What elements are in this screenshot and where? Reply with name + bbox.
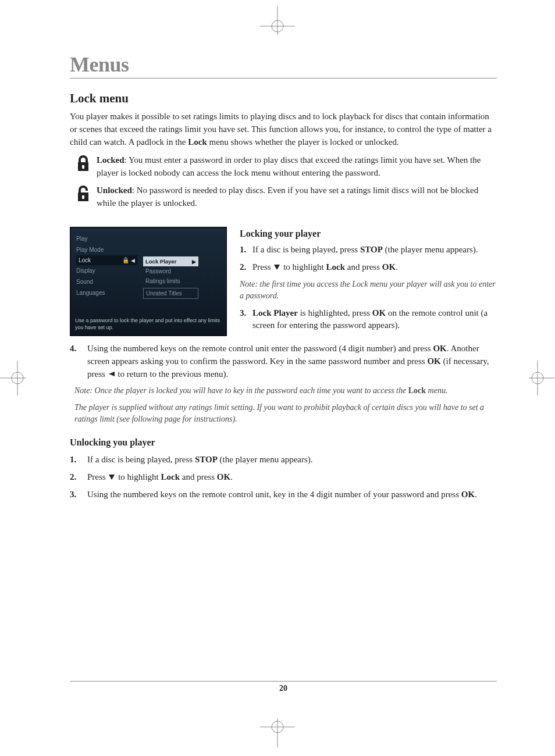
note-after-step4-a: Note: Once the player is locked you will… xyxy=(70,385,497,397)
locking-heading: Locking your player xyxy=(240,227,497,240)
intro-bold-lock: Lock xyxy=(188,137,207,147)
locking-step-4: 4. Using the numbered keys on the remote… xyxy=(70,343,497,380)
menu-item-playmode: Play Mode xyxy=(76,244,137,255)
svg-marker-16 xyxy=(274,265,280,270)
unlocked-label: Unlocked xyxy=(97,186,132,195)
submenu-ratings-limits: Ratings limits xyxy=(143,276,198,286)
unlocking-step-2: 2. Press to highlight Lock and press OK. xyxy=(70,471,497,484)
unlocked-icon xyxy=(76,186,91,203)
menu-caption: Use a password to lock the player and pu… xyxy=(75,318,222,331)
page-footer: 20 xyxy=(70,681,497,693)
intro-paragraph: You player makes it possible to set rati… xyxy=(70,110,497,148)
locking-step-2-note: Note: the first time you access the Lock… xyxy=(240,279,497,302)
step-num-3: 3. xyxy=(240,307,246,320)
menu-screenshot: Play Play Mode Lock 🔒 ◀ Display Sound La… xyxy=(70,227,227,336)
unlocked-row: Unlocked: No password is needed to play … xyxy=(70,184,497,210)
svg-marker-17 xyxy=(109,372,115,376)
down-arrow-icon xyxy=(108,473,116,480)
svg-rect-15 xyxy=(82,195,84,199)
down-arrow-icon xyxy=(273,263,281,270)
locked-label: Locked xyxy=(97,155,124,165)
note-after-step4-b: The player is supplied without any ratin… xyxy=(70,402,497,426)
page-title: Menus xyxy=(70,52,497,79)
unlocking-heading: Unlocking you player xyxy=(70,436,497,449)
locked-row: Locked: You must enter a password in ord… xyxy=(70,154,497,180)
unlocked-text: : No password is needed to play discs. E… xyxy=(97,186,478,208)
step-num-2: 2. xyxy=(240,261,246,274)
svg-marker-18 xyxy=(109,475,115,480)
left-arrow-icon xyxy=(108,370,116,377)
submenu-password: Password xyxy=(143,266,198,276)
intro-text-c: menu shows whether the player is locked … xyxy=(207,137,399,147)
submenu-lock-player-selected: Lock Player▶ xyxy=(143,256,198,266)
step-num-1: 1. xyxy=(240,244,246,256)
locked-text: : You must enter a password in order to … xyxy=(97,155,481,177)
svg-rect-13 xyxy=(82,165,84,169)
menu-item-lock-selected: Lock 🔒 ◀ xyxy=(76,255,137,265)
submenu-unrated-titles: Unrated Titles xyxy=(143,288,198,299)
registration-mark-top xyxy=(260,6,295,35)
registration-mark-bottom xyxy=(260,718,295,747)
locking-step-2: 2. Press to highlight Lock and press OK. xyxy=(240,261,497,274)
registration-mark-left xyxy=(0,361,26,395)
menu-item-sound: Sound xyxy=(76,276,137,287)
menu-item-lock-label: Lock xyxy=(79,257,91,263)
section-heading: Lock menu xyxy=(70,91,497,106)
menu-item-display: Display xyxy=(76,265,137,276)
menu-item-languages: Languages xyxy=(76,287,137,298)
locked-icon xyxy=(76,155,91,173)
unlocking-step-1: 1. If a disc is being played, press STOP… xyxy=(70,454,497,466)
page-number: 20 xyxy=(279,684,287,693)
submenu-lock-player-label: Lock Player xyxy=(145,258,176,265)
locking-step-3: 3. Lock Player is highlighted, press OK … xyxy=(240,307,497,333)
unlocking-step-3: 3. Using the numbered keys on the remote… xyxy=(70,488,497,501)
locking-step-1: 1. If a disc is being played, press STOP… xyxy=(240,244,497,256)
step-num-4: 4. xyxy=(70,343,76,355)
menu-item-play: Play xyxy=(76,233,137,244)
lock-small-icon: 🔒 ◀ xyxy=(122,257,135,263)
registration-mark-right xyxy=(529,361,555,395)
